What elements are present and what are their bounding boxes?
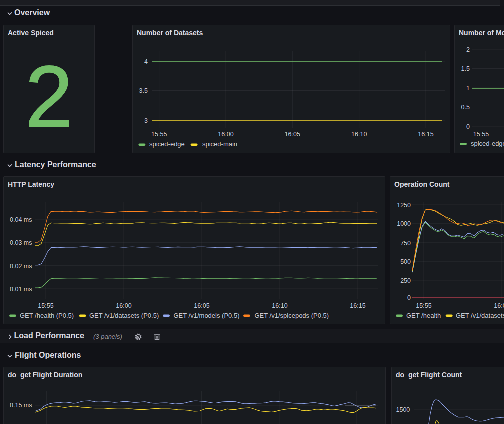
svg-text:16:00: 16:00: [494, 302, 504, 309]
svg-text:0.02 ms: 0.02 ms: [10, 263, 32, 270]
svg-text:0.03 ms: 0.03 ms: [10, 239, 32, 246]
svg-text:1250: 1250: [397, 202, 411, 209]
svg-text:1.5: 1.5: [462, 65, 470, 72]
svg-text:GET /v1/spicepods (P0.5): GET /v1/spicepods (P0.5): [255, 312, 330, 319]
svg-text:15:55: 15:55: [474, 131, 489, 138]
svg-text:3.5: 3.5: [140, 87, 148, 94]
svg-text:1000: 1000: [397, 220, 411, 227]
svg-text:16:05: 16:05: [194, 302, 210, 309]
svg-text:spiced-main: spiced-main: [202, 140, 238, 148]
svg-text:4: 4: [144, 58, 148, 65]
svg-text:0.5: 0.5: [462, 104, 470, 111]
svg-text:15:55: 15:55: [152, 131, 167, 138]
svg-text:16:00: 16:00: [116, 302, 132, 309]
svg-text:16:10: 16:10: [272, 302, 288, 309]
svg-text:500: 500: [400, 258, 411, 265]
svg-text:1: 1: [466, 85, 470, 92]
svg-text:250: 250: [400, 277, 411, 284]
svg-text:15:55: 15:55: [38, 302, 54, 309]
svg-text:16:10: 16:10: [352, 131, 367, 138]
svg-text:1500: 1500: [396, 406, 410, 413]
svg-text:0.15 ms: 0.15 ms: [10, 402, 32, 409]
svg-text:GET /v1/datasets (P0.5): GET /v1/datasets (P0.5): [90, 312, 159, 319]
svg-text:GET /v1/models (P0.5): GET /v1/models (P0.5): [174, 312, 240, 319]
svg-text:2: 2: [466, 46, 470, 53]
svg-text:15:55: 15:55: [416, 302, 432, 309]
svg-text:16:15: 16:15: [350, 302, 366, 309]
svg-text:0: 0: [408, 294, 411, 301]
svg-text:0: 0: [466, 123, 470, 130]
svg-text:GET /health (P0.5): GET /health (P0.5): [20, 312, 74, 319]
svg-text:0.04 ms: 0.04 ms: [10, 216, 32, 223]
svg-text:spiced-edge: spiced-edge: [150, 140, 185, 148]
svg-text:750: 750: [400, 240, 411, 247]
svg-text:16:00: 16:00: [218, 131, 234, 138]
svg-text:3: 3: [144, 117, 148, 124]
svg-text:0.01 ms: 0.01 ms: [10, 286, 32, 293]
svg-text:GET /v1/datasets: GET /v1/datasets: [456, 312, 504, 319]
svg-text:16:05: 16:05: [285, 131, 300, 138]
svg-text:16:15: 16:15: [418, 131, 434, 138]
svg-text:spiced-edge: spiced-edge: [471, 140, 504, 147]
svg-text:GET /health: GET /health: [406, 312, 441, 319]
